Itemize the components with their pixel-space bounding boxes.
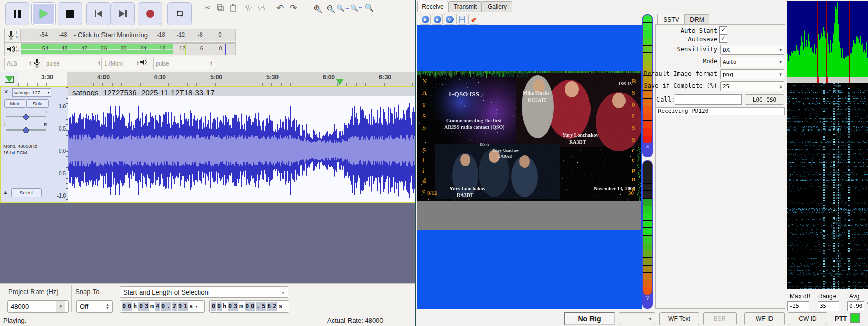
- zoom-in-button[interactable]: ⊕🔍: [310, 2, 323, 14]
- avg-spinner[interactable]: +−: [864, 302, 868, 308]
- skip-to-start-button[interactable]: [86, 2, 111, 25]
- max-db-input[interactable]: -25: [787, 301, 809, 311]
- time-digit[interactable]: h: [222, 302, 227, 311]
- time-digit[interactable]: m: [150, 302, 155, 311]
- time-digit[interactable]: s: [189, 302, 194, 311]
- wf-text-button[interactable]: WF Text: [659, 312, 699, 325]
- tab-transmit[interactable]: Transmit: [448, 1, 482, 12]
- fit-selection-button[interactable]: 🔍↔: [337, 2, 349, 14]
- playhead-triangle[interactable]: [336, 79, 344, 85]
- max-db-spinner[interactable]: +−: [810, 302, 816, 308]
- solo-button[interactable]: Solo: [26, 99, 49, 108]
- cut-button[interactable]: ✂: [201, 2, 213, 14]
- collapse-track-button[interactable]: ▲: [3, 190, 8, 195]
- time-digit[interactable]: 2: [272, 302, 277, 311]
- play-button[interactable]: [31, 2, 56, 25]
- audio-host-select[interactable]: ALS▲▼: [4, 57, 34, 70]
- silence-audio-button[interactable]: [256, 2, 268, 14]
- frequency-marker-tick[interactable]: [849, 77, 850, 83]
- frequency-marker-tick[interactable]: [826, 77, 828, 83]
- fit-project-button[interactable]: 🔍⊢: [350, 2, 362, 14]
- combo-4[interactable]: png▼: [720, 69, 784, 79]
- time-digit[interactable]: m: [239, 302, 244, 311]
- pinned-play-head-toggle[interactable]: [0, 72, 19, 86]
- redo-button[interactable]: ↷: [287, 2, 299, 14]
- spin-5[interactable]: 25▲▼: [720, 81, 784, 91]
- time-digit[interactable]: 7: [172, 302, 177, 311]
- time-format-menu[interactable]: ▼: [195, 305, 198, 308]
- recording-channels-select[interactable]: 1 (Monı▲▼: [101, 57, 142, 70]
- erase-button[interactable]: [468, 14, 479, 25]
- mute-button[interactable]: Mute: [4, 99, 26, 108]
- rx-stop-button[interactable]: ■: [432, 14, 443, 25]
- call-input[interactable]: [675, 94, 742, 105]
- copy-button[interactable]: [214, 2, 226, 14]
- combo-2[interactable]: DX▼: [720, 45, 784, 55]
- bsr-button[interactable]: BSR: [703, 312, 737, 325]
- waterfall-display[interactable]: [787, 83, 868, 289]
- time-digit[interactable]: .: [166, 302, 171, 311]
- time-digit[interactable]: 0: [211, 302, 216, 311]
- record-meter[interactable]: LR -54-48-42-36-30-24-18-12-60- Click to…: [4, 28, 236, 42]
- selection-start-field[interactable]: 00h03m40.791s▼: [120, 300, 205, 313]
- zoom-out-button[interactable]: ⊖🔍: [324, 2, 336, 14]
- rx-restart-button[interactable]: ↻: [444, 14, 455, 25]
- track-close-button[interactable]: ✕: [4, 89, 8, 95]
- timeline-ruler[interactable]: 3:304:004:305:005:306:006:30: [0, 72, 415, 87]
- tab-gallery[interactable]: Gallery: [482, 1, 512, 12]
- log-qso-button[interactable]: LOG QSO: [745, 94, 784, 105]
- tab-receive[interactable]: Receive: [417, 1, 448, 12]
- time-digit[interactable]: 0: [127, 302, 132, 311]
- tab-drm[interactable]: DRM: [685, 14, 709, 25]
- selection-length-field[interactable]: 00h03m00.562s: [209, 300, 289, 313]
- stop-button[interactable]: [58, 2, 82, 25]
- paste-button[interactable]: [227, 2, 239, 14]
- waveform[interactable]: [68, 96, 415, 202]
- time-digit[interactable]: .: [256, 302, 261, 311]
- monitor-hint[interactable]: - Click to Start Monitoring: [72, 31, 150, 39]
- playback-meter[interactable]: LR -54-48-42-36-30-24-18-12-60: [4, 42, 236, 56]
- tab-sstv[interactable]: SSTV: [657, 14, 685, 25]
- playback-meter-region[interactable]: -54-48-42-36-30-24-18-12-60: [21, 43, 236, 55]
- spectrum-display[interactable]: [787, 1, 868, 77]
- time-digit[interactable]: 3: [144, 302, 149, 311]
- gain-slider-thumb[interactable]: [23, 114, 29, 120]
- zoom-toggle-button[interactable]: 🔍: [363, 2, 375, 14]
- time-digit[interactable]: 0: [217, 302, 222, 311]
- wf-id-button[interactable]: WF ID: [744, 312, 785, 325]
- time-digit[interactable]: 6: [267, 302, 272, 311]
- trim-audio-button[interactable]: [242, 2, 255, 14]
- pause-button[interactable]: [5, 2, 29, 25]
- snap-to-select[interactable]: Off ▲▼: [76, 300, 113, 313]
- undo-button[interactable]: ↶: [274, 2, 286, 14]
- time-digit[interactable]: h: [133, 302, 138, 311]
- frequency-marker-tick[interactable]: [817, 77, 819, 83]
- skip-to-end-button[interactable]: [111, 2, 135, 25]
- time-digit[interactable]: 3: [233, 302, 238, 311]
- record-meter-region[interactable]: -54-48-42-36-30-24-18-12-60- Click to St…: [20, 29, 236, 41]
- time-digit[interactable]: 0: [250, 302, 255, 311]
- vertical-ruler[interactable]: 1.00.50.0-0.5-1.0: [51, 87, 69, 202]
- loop-button[interactable]: [167, 2, 192, 25]
- pan-slider-thumb[interactable]: [23, 127, 29, 133]
- save-image-button[interactable]: [456, 14, 467, 25]
- playback-device-select[interactable]: pulse▲▼: [153, 57, 215, 70]
- range-input[interactable]: 35: [818, 301, 839, 311]
- time-digit[interactable]: 0: [228, 302, 233, 311]
- time-digit[interactable]: 0: [138, 302, 144, 311]
- range-spinner[interactable]: +−: [840, 302, 846, 308]
- track-name-menu[interactable]: satnogs_127▼: [12, 88, 52, 97]
- time-digit[interactable]: 5: [261, 302, 266, 311]
- selection-mode-select[interactable]: Start and Length of Selection ⌄: [120, 286, 288, 298]
- avg-input[interactable]: 0.90: [847, 301, 864, 311]
- audio-track[interactable]: ✕ satnogs_127▼ Mute Solo − + L R Mono, 4…: [0, 86, 415, 203]
- time-digit[interactable]: 1: [183, 302, 188, 311]
- combo-3[interactable]: Auto▼: [720, 57, 784, 67]
- rx-start-button[interactable]: ▶: [420, 14, 431, 25]
- time-digit[interactable]: 4: [155, 302, 160, 311]
- select-track-button[interactable]: Select: [11, 188, 42, 197]
- time-digit[interactable]: 0: [245, 302, 250, 311]
- project-rate-select[interactable]: 48000 ▼: [7, 300, 69, 313]
- checkbox-0[interactable]: ✓: [719, 26, 727, 35]
- time-digit[interactable]: 0: [161, 302, 166, 311]
